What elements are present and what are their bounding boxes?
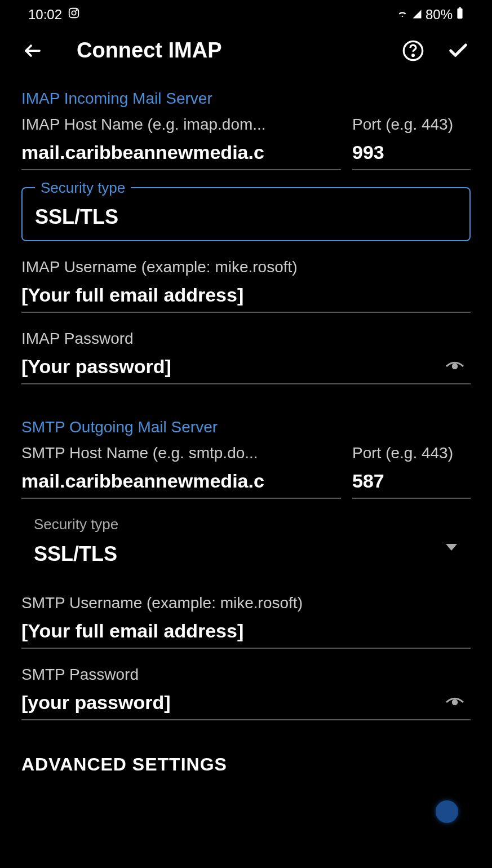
smtp-password-label: SMTP Password [21, 666, 471, 684]
imap-host-value[interactable]: mail.caribbeannewmedia.c [21, 139, 341, 170]
svg-point-10 [453, 700, 457, 705]
imap-port-label: Port (e.g. 443) [352, 116, 471, 134]
imap-password-field[interactable]: IMAP Password [Your password] [21, 330, 471, 384]
instagram-icon [68, 7, 80, 23]
content: IMAP Incoming Mail Server IMAP Host Name… [0, 90, 492, 775]
smtp-security-field[interactable]: Security type SSL/TLS [21, 516, 471, 577]
signal-icon [412, 7, 422, 23]
imap-port-field[interactable]: Port (e.g. 443) 993 [352, 116, 471, 170]
smtp-password-value[interactable]: [your password] [21, 689, 471, 720]
smtp-port-value[interactable]: 587 [352, 468, 471, 499]
svg-marker-9 [446, 544, 457, 551]
battery-icon [456, 7, 464, 23]
imap-password-visibility-icon[interactable] [445, 358, 465, 377]
imap-port-value[interactable]: 993 [352, 139, 471, 170]
imap-security-field[interactable]: Security type SSL/TLS [21, 187, 471, 241]
smtp-host-label: SMTP Host Name (e.g. smtp.do... [21, 444, 341, 462]
smtp-host-field[interactable]: SMTP Host Name (e.g. smtp.do... mail.car… [21, 444, 341, 499]
imap-host-field[interactable]: IMAP Host Name (e.g. imap.dom... mail.ca… [21, 116, 341, 170]
imap-username-label: IMAP Username (example: mike.rosoft) [21, 258, 471, 276]
confirm-button[interactable] [447, 39, 469, 62]
imap-security-label: Security type [35, 179, 131, 197]
floating-indicator [436, 800, 458, 823]
smtp-username-label: SMTP Username (example: mike.rosoft) [21, 594, 471, 612]
svg-point-2 [76, 10, 77, 11]
wifi-icon [396, 7, 409, 23]
imap-username-value[interactable]: [Your full email address] [21, 282, 471, 313]
smtp-port-label: Port (e.g. 443) [352, 444, 471, 462]
smtp-username-field[interactable]: SMTP Username (example: mike.rosoft) [Yo… [21, 594, 471, 649]
svg-point-8 [453, 364, 457, 369]
battery-text: 80% [425, 7, 453, 23]
smtp-username-value[interactable]: [Your full email address] [21, 618, 471, 649]
imap-host-label: IMAP Host Name (e.g. imap.dom... [21, 116, 341, 134]
imap-password-label: IMAP Password [21, 330, 471, 348]
help-button[interactable] [402, 39, 424, 62]
smtp-section-header: SMTP Outgoing Mail Server [21, 418, 471, 436]
page-title: Connect IMAP [77, 38, 379, 63]
svg-point-7 [413, 55, 414, 56]
smtp-host-value[interactable]: mail.caribbeannewmedia.c [21, 468, 341, 499]
status-time: 10:02 [28, 7, 62, 23]
dropdown-icon[interactable] [446, 544, 457, 554]
smtp-password-visibility-icon[interactable] [445, 694, 465, 712]
smtp-port-field[interactable]: Port (e.g. 443) 587 [352, 444, 471, 499]
advanced-settings-button[interactable]: ADVANCED SETTINGS [21, 754, 471, 775]
svg-point-1 [72, 11, 76, 15]
smtp-security-label: Security type [34, 516, 458, 533]
imap-security-value[interactable]: SSL/TLS [35, 205, 457, 229]
back-button[interactable] [23, 41, 43, 61]
svg-rect-4 [459, 7, 461, 8]
app-bar: Connect IMAP [0, 27, 492, 74]
smtp-security-value[interactable]: SSL/TLS [34, 540, 458, 577]
imap-username-field[interactable]: IMAP Username (example: mike.rosoft) [Yo… [21, 258, 471, 313]
status-bar: 10:02 80% [0, 0, 492, 27]
svg-rect-3 [457, 8, 462, 19]
imap-section-header: IMAP Incoming Mail Server [21, 90, 471, 108]
smtp-password-field[interactable]: SMTP Password [your password] [21, 666, 471, 720]
imap-password-value[interactable]: [Your password] [21, 353, 471, 384]
